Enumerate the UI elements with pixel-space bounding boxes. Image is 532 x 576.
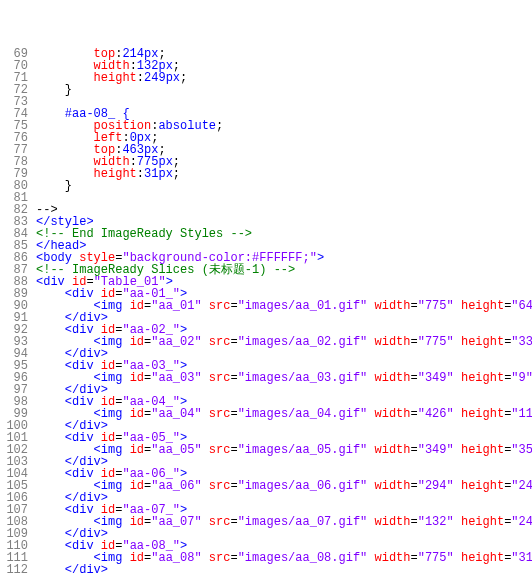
code-content[interactable]: <!-- End ImageReady Styles -->: [36, 228, 532, 240]
code-content[interactable]: <img id="aa_03" src="images/aa_03.gif" w…: [36, 372, 532, 384]
code-content[interactable]: -->: [36, 204, 532, 216]
code-content[interactable]: height:249px;: [36, 72, 532, 84]
code-line[interactable]: 112 </div>: [0, 564, 532, 576]
code-content[interactable]: <img id="aa_08" src="images/aa_08.gif" w…: [36, 552, 532, 564]
code-content[interactable]: <img id="aa_06" src="images/aa_06.gif" w…: [36, 480, 532, 492]
code-content[interactable]: </div>: [36, 564, 532, 576]
code-content[interactable]: <img id="aa_02" src="images/aa_02.gif" w…: [36, 336, 532, 348]
code-content[interactable]: }: [36, 84, 532, 96]
code-content[interactable]: <img id="aa_07" src="images/aa_07.gif" w…: [36, 516, 532, 528]
code-content[interactable]: height:31px;: [36, 168, 532, 180]
code-content[interactable]: [36, 192, 532, 204]
code-editor[interactable]: 69 top:214px;70 width:132px;71 height:24…: [0, 48, 532, 576]
code-content[interactable]: <img id="aa_04" src="images/aa_04.gif" w…: [36, 408, 532, 420]
code-line[interactable]: 71 height:249px;: [0, 72, 532, 84]
code-content[interactable]: }: [36, 180, 532, 192]
code-content[interactable]: <img id="aa_01" src="images/aa_01.gif" w…: [36, 300, 532, 312]
code-line[interactable]: 79 height:31px;: [0, 168, 532, 180]
code-line[interactable]: 81: [0, 192, 532, 204]
code-content[interactable]: <img id="aa_05" src="images/aa_05.gif" w…: [36, 444, 532, 456]
code-line[interactable]: 80 }: [0, 180, 532, 192]
code-line[interactable]: 72 }: [0, 84, 532, 96]
